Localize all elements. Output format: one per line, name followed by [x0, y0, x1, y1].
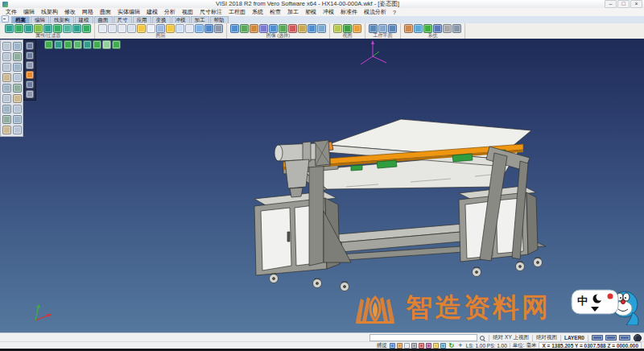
layer-indicator[interactable]: LAYER0 [564, 335, 584, 341]
snap-perp-icon[interactable] [112, 40, 121, 49]
3d-viewport[interactable]: 智造资料网 中 [0, 39, 644, 332]
palette-icon[interactable] [404, 24, 413, 33]
select-solid-icon[interactable] [279, 24, 287, 33]
display-settings-icon[interactable] [414, 24, 423, 33]
search-input[interactable] [369, 334, 477, 341]
menu-mesh[interactable]: 网格 [79, 8, 97, 16]
shading-mode-icon[interactable] [333, 24, 342, 33]
layer-list-icon[interactable] [147, 24, 155, 33]
select-all-icon[interactable] [230, 24, 239, 33]
chamfer-tool-icon[interactable] [13, 94, 22, 103]
tab-surface[interactable]: 曲面 [94, 16, 113, 23]
ime-widget[interactable]: 中 [570, 285, 641, 325]
trim-tool-icon[interactable] [13, 84, 22, 93]
grid-settings-icon[interactable] [433, 24, 442, 33]
rotate-tool-icon[interactable] [13, 105, 22, 114]
osnap-point-icon[interactable] [397, 343, 402, 349]
menu-edit[interactable]: 编辑 [20, 8, 38, 16]
mirror-tool-icon[interactable] [2, 105, 11, 114]
tab-wireframe[interactable]: 线架构 [50, 16, 74, 23]
delete-tool-icon[interactable] [13, 126, 22, 134]
select-invert-icon[interactable] [317, 24, 326, 33]
status-box-1-icon[interactable] [592, 335, 603, 341]
polygon-tool-icon[interactable] [13, 63, 22, 72]
tab-edit[interactable]: 编辑 [31, 16, 49, 23]
menu-machining[interactable]: 加工 [284, 8, 302, 16]
tab-application[interactable]: 应用 [133, 16, 151, 23]
minimize-button[interactable]: – [605, 0, 617, 8]
layer-visible-icon[interactable] [175, 24, 184, 33]
active-panel-icon[interactable] [26, 71, 34, 79]
menu-standard-parts[interactable]: 标准件 [337, 8, 361, 16]
assembly-tree-icon[interactable] [26, 52, 34, 60]
menu-check[interactable]: 检查 [266, 8, 284, 16]
view-indicator[interactable]: 绝对视图 [536, 334, 557, 341]
select-box-icon[interactable] [250, 24, 258, 33]
tab-transform[interactable]: 变换 [152, 16, 171, 23]
element-filter-icon[interactable] [43, 24, 52, 33]
osnap-axis-icon[interactable] [426, 343, 431, 349]
close-button[interactable]: × [630, 0, 642, 8]
tab-file[interactable]: 档案 [11, 16, 30, 23]
refresh-icon[interactable] [423, 24, 432, 33]
model-tree-icon[interactable] [26, 42, 34, 50]
arc-tool-icon[interactable] [13, 52, 22, 61]
zoom-fit-icon[interactable] [353, 24, 361, 33]
ellipse-tool-icon[interactable] [13, 73, 22, 82]
tab-modeling[interactable]: 建模 [75, 16, 93, 23]
menu-help[interactable]: ? [390, 10, 399, 15]
layer-move-icon[interactable] [156, 24, 165, 33]
menu-mould[interactable]: 塑模 [302, 8, 320, 16]
mask-filter-icon[interactable] [63, 24, 72, 33]
tab-machining[interactable]: 加工 [191, 16, 209, 23]
layer-filter-icon[interactable] [24, 24, 33, 33]
layer-off-icon[interactable] [118, 24, 126, 33]
menu-dimension[interactable]: 尺寸标注 [196, 8, 225, 16]
select-color-icon[interactable] [298, 24, 307, 33]
status-box-2-icon[interactable] [605, 335, 617, 341]
circle-tool-icon[interactable] [2, 52, 11, 61]
rectangle-tool-icon[interactable] [2, 63, 11, 72]
layer-active-icon[interactable] [166, 24, 175, 33]
menu-solid-edit[interactable]: 实体编辑 [114, 8, 143, 16]
status-box-3-icon[interactable] [619, 335, 630, 341]
select-poly-icon[interactable] [259, 24, 268, 33]
dynamic-view-icon[interactable] [343, 24, 352, 33]
tab-dimension[interactable]: 尺寸 [114, 16, 132, 23]
select-face-icon[interactable] [288, 24, 297, 33]
printer-icon[interactable] [452, 24, 461, 33]
color-filter-icon[interactable] [14, 24, 23, 33]
search-icon[interactable] [479, 335, 485, 341]
spline-tool-icon[interactable] [2, 73, 11, 82]
snap-mid-icon[interactable] [54, 40, 63, 49]
info-panel-icon[interactable] [26, 90, 34, 98]
filter-toggle-icon[interactable] [72, 24, 81, 33]
select-layer-icon[interactable] [308, 24, 316, 33]
layer-lock-icon[interactable] [185, 24, 194, 33]
layer-current-icon[interactable] [137, 24, 146, 33]
tab-die[interactable]: 冲模 [171, 16, 190, 23]
machine-3d-model[interactable] [0, 39, 644, 332]
osnap-face-icon[interactable] [411, 343, 417, 349]
type-filter-icon[interactable] [34, 24, 43, 33]
select-chain-icon[interactable] [269, 24, 278, 33]
layer-settings-icon[interactable] [214, 24, 223, 33]
osnap-vertex-icon[interactable] [419, 343, 424, 349]
menu-surface[interactable]: 曲面 [97, 8, 114, 16]
menu-flow-analysis[interactable]: 模流分析 [361, 8, 390, 16]
maximize-button[interactable]: □ [617, 0, 630, 8]
ime-bubble[interactable]: 中 [572, 290, 618, 314]
clock-icon[interactable] [634, 334, 642, 342]
filter-reset-icon[interactable] [82, 24, 91, 33]
layer-new-icon[interactable] [98, 24, 107, 33]
snap-end-icon[interactable] [44, 40, 53, 49]
move-tool-icon[interactable] [13, 115, 22, 124]
snap-intersect-icon[interactable] [83, 40, 92, 49]
attributes-icon[interactable] [5, 24, 14, 33]
bookmark-icon[interactable] [26, 61, 34, 69]
layer-manager-icon[interactable] [204, 24, 213, 33]
history-icon[interactable] [26, 81, 34, 89]
offset-tool-icon[interactable] [2, 84, 11, 93]
point-tool-icon[interactable] [2, 42, 11, 51]
layer-blue-icon[interactable] [195, 24, 204, 33]
